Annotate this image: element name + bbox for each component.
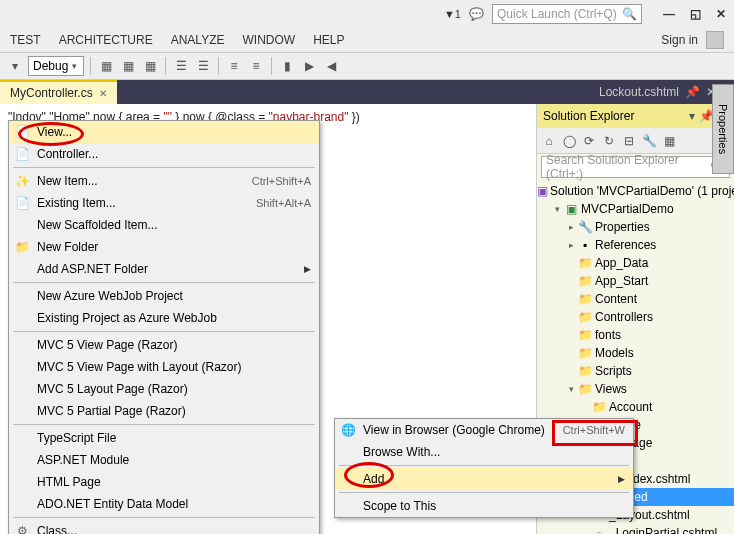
refresh-icon[interactable]: ↻ xyxy=(601,133,617,149)
menu-item[interactable]: 📄Existing Item...Shift+Alt+A xyxy=(9,192,319,214)
properties-tab[interactable]: Properties xyxy=(712,84,734,174)
tree-node[interactable]: ▫_LoginPartial.cshtml xyxy=(537,524,734,534)
menu-analyze[interactable]: ANALYZE xyxy=(171,33,225,47)
toolbar-uncomment-icon[interactable]: ≡ xyxy=(247,57,265,75)
toolbar-bookmark-icon[interactable]: ▮ xyxy=(278,57,296,75)
menu-item[interactable]: Existing Project as Azure WebJob xyxy=(9,307,319,329)
sign-in-link[interactable]: Sign in xyxy=(661,33,698,47)
node-label: _LoginPartial.cshtml xyxy=(607,526,717,534)
toolbar-indent-icon[interactable]: ☰ xyxy=(172,57,190,75)
notification-flag[interactable]: ▼1 xyxy=(444,8,461,20)
menu-architecture[interactable]: ARCHITECTURE xyxy=(59,33,153,47)
menu-item[interactable]: ✨New Item...Ctrl+Shift+A xyxy=(9,170,319,192)
tree-node[interactable]: 📁App_Data xyxy=(537,254,734,272)
menu-item[interactable]: Scope to This xyxy=(335,495,633,517)
menu-item[interactable]: MVC 5 Partial Page (Razor) xyxy=(9,400,319,422)
tree-node[interactable]: ▸▪References xyxy=(537,236,734,254)
explorer-search-input[interactable]: Search Solution Explorer (Ctrl+;) 🔍 xyxy=(541,156,730,178)
tree-node[interactable]: 📁Scripts xyxy=(537,362,734,380)
restore-button[interactable]: ◱ xyxy=(688,7,702,21)
feedback-icon[interactable]: 💬 xyxy=(469,7,484,21)
menu-label: New Item... xyxy=(37,174,98,188)
minimize-button[interactable]: — xyxy=(662,7,676,21)
dropdown-icon[interactable]: ▾ xyxy=(689,109,695,123)
pin-icon[interactable]: 📌 xyxy=(685,85,700,99)
back-icon[interactable]: ◯ xyxy=(561,133,577,149)
tree-node[interactable]: 📁Content xyxy=(537,290,734,308)
toolbar-next-icon[interactable]: ▶ xyxy=(300,57,318,75)
tab-label: MyController.cs xyxy=(10,86,93,100)
quick-launch-input[interactable]: Quick Launch (Ctrl+Q) 🔍 xyxy=(492,4,642,24)
menu-item[interactable]: 🌐View in Browser (Google Chrome)Ctrl+Shi… xyxy=(335,419,633,441)
collapse-icon[interactable]: ⊟ xyxy=(621,133,637,149)
menu-item[interactable]: Add ASP.NET Folder▶ xyxy=(9,258,319,280)
user-avatar[interactable] xyxy=(706,31,724,49)
tree-node[interactable]: 📁App_Start xyxy=(537,272,734,290)
node-label: Content xyxy=(593,292,637,306)
node-label: Scripts xyxy=(593,364,632,378)
tree-node[interactable]: ▾▣MVCPartialDemo xyxy=(537,200,734,218)
menu-item[interactable]: ⚙Class... xyxy=(9,520,319,534)
menu-item[interactable]: 📄Controller... xyxy=(9,143,319,165)
dropdown-icon[interactable]: ▾ xyxy=(6,57,24,75)
menu-label: Browse With... xyxy=(363,445,440,459)
tree-node[interactable]: 📁Controllers xyxy=(537,308,734,326)
show-all-icon[interactable]: ▦ xyxy=(661,133,677,149)
search-icon: 🔍 xyxy=(622,7,637,21)
tree-node[interactable]: ▾📁Views xyxy=(537,380,734,398)
tab-mycontroller[interactable]: MyController.cs ✕ xyxy=(0,80,117,104)
close-button[interactable]: ✕ xyxy=(714,7,728,21)
properties-icon[interactable]: 🔧 xyxy=(641,133,657,149)
menu-label: New Azure WebJob Project xyxy=(37,289,183,303)
toolbar-btn[interactable]: ▦ xyxy=(141,57,159,75)
explorer-toolbar: ⌂ ◯ ⟳ ↻ ⊟ 🔧 ▦ xyxy=(537,128,734,154)
main-toolbar: ▾ Debug ▾ ▦ ▦ ▦ ☰ ☰ ≡ ≡ ▮ ▶ ◀ xyxy=(0,52,734,80)
config-combo[interactable]: Debug ▾ xyxy=(28,56,84,76)
menu-label: MVC 5 Layout Page (Razor) xyxy=(37,382,188,396)
menu-item[interactable]: 📄View... xyxy=(9,121,319,143)
expand-icon[interactable]: ▾ xyxy=(551,204,563,214)
toolbar-outdent-icon[interactable]: ☰ xyxy=(194,57,212,75)
node-icon: ▪ xyxy=(577,238,593,252)
tree-node[interactable]: ▣Solution 'MVCPartialDemo' (1 proje xyxy=(537,182,734,200)
menu-item[interactable]: MVC 5 View Page with Layout (Razor) xyxy=(9,356,319,378)
menu-item[interactable]: Add▶ xyxy=(335,468,633,490)
context-menu-folder: 🌐View in Browser (Google Chrome)Ctrl+Shi… xyxy=(334,418,634,518)
expand-icon[interactable]: ▾ xyxy=(565,384,577,394)
menu-item[interactable]: 📁New Folder xyxy=(9,236,319,258)
menu-item[interactable]: New Azure WebJob Project xyxy=(9,285,319,307)
toolbar-prev-icon[interactable]: ◀ xyxy=(322,57,340,75)
close-icon[interactable]: ✕ xyxy=(99,88,107,99)
menu-icon: 📁 xyxy=(13,240,31,254)
menu-item[interactable]: TypeScript File xyxy=(9,427,319,449)
menu-item[interactable]: ASP.NET Module xyxy=(9,449,319,471)
menu-item[interactable]: HTML Page xyxy=(9,471,319,493)
menu-item[interactable]: MVC 5 View Page (Razor) xyxy=(9,334,319,356)
toolbar-comment-icon[interactable]: ≡ xyxy=(225,57,243,75)
menu-item[interactable]: MVC 5 Layout Page (Razor) xyxy=(9,378,319,400)
toolbar-btn[interactable]: ▦ xyxy=(119,57,137,75)
tree-node[interactable]: 📁Models xyxy=(537,344,734,362)
menu-item[interactable]: New Scaffolded Item... xyxy=(9,214,319,236)
menu-label: Controller... xyxy=(37,147,98,161)
menu-window[interactable]: WINDOW xyxy=(242,33,295,47)
expand-icon[interactable]: ▸ xyxy=(565,222,577,232)
menu-item[interactable]: ADO.NET Entity Data Model xyxy=(9,493,319,515)
menu-item[interactable]: Browse With... xyxy=(335,441,633,463)
node-icon: 📁 xyxy=(577,274,593,288)
node-icon: ▣ xyxy=(537,184,548,198)
menu-label: Add xyxy=(363,472,384,486)
toolbar-btn[interactable]: ▦ xyxy=(97,57,115,75)
tree-node[interactable]: ▸🔧Properties xyxy=(537,218,734,236)
submenu-arrow-icon: ▶ xyxy=(618,474,625,484)
home-icon[interactable]: ⌂ xyxy=(541,133,557,149)
tree-node[interactable]: 📁Account xyxy=(537,398,734,416)
sync-icon[interactable]: ⟳ xyxy=(581,133,597,149)
menu-shortcut: Shift+Alt+A xyxy=(256,197,311,209)
menu-test[interactable]: TEST xyxy=(10,33,41,47)
menu-label: MVC 5 View Page (Razor) xyxy=(37,338,178,352)
menu-help[interactable]: HELP xyxy=(313,33,344,47)
expand-icon[interactable]: ▸ xyxy=(565,240,577,250)
node-label: Models xyxy=(593,346,634,360)
tree-node[interactable]: 📁fonts xyxy=(537,326,734,344)
